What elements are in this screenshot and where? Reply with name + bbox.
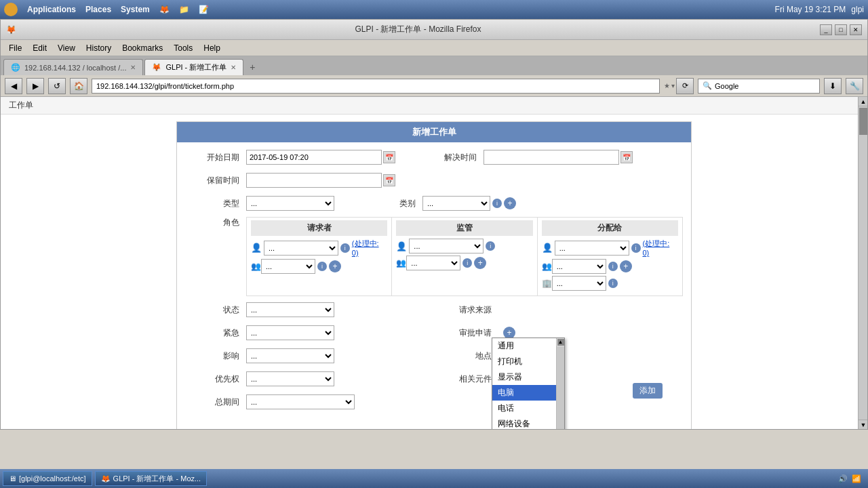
menu-edit[interactable]: Edit bbox=[27, 42, 52, 54]
requester-group-select[interactable]: ... bbox=[261, 259, 315, 274]
refresh-button[interactable]: ⟳ bbox=[676, 78, 694, 94]
dropdown-item-phone[interactable]: 电话 bbox=[492, 401, 556, 416]
taskbar-terminal[interactable]: 🖥 [glpi@localhost:/etc] bbox=[3, 471, 92, 486]
row-urgency: 紧急 ... bbox=[185, 323, 431, 342]
menu-file[interactable]: File bbox=[3, 42, 27, 54]
forward-button[interactable]: ▶ bbox=[26, 78, 44, 94]
start-date-calendar-icon[interactable]: 📅 bbox=[383, 151, 395, 163]
supervisor-group-select[interactable]: ... bbox=[406, 256, 460, 270]
supervisor-group-info-icon: i bbox=[462, 258, 472, 268]
left-bottom-col: 状态 ... 紧急 ... 影响 ... bbox=[185, 300, 431, 415]
scroll-down-arrow[interactable]: ▼ bbox=[859, 420, 867, 429]
minimize-button[interactable]: _ bbox=[820, 24, 832, 35]
search-bar[interactable]: 🔍 Google bbox=[698, 79, 820, 94]
assign-supplier-select[interactable]: ... bbox=[552, 276, 606, 291]
location-label: 地点 bbox=[437, 350, 498, 362]
places-menu[interactable]: Places bbox=[85, 5, 111, 14]
tab-1-close[interactable]: ✕ bbox=[130, 64, 136, 71]
tab-2-close[interactable]: ✕ bbox=[231, 64, 236, 71]
dropdown-item-printer[interactable]: 打印机 bbox=[492, 354, 556, 369]
menu-history[interactable]: History bbox=[81, 42, 117, 54]
menu-view[interactable]: View bbox=[52, 42, 81, 54]
ticket-form: 新增工作单 开始日期 📅 解决时间 📅 保留时间 bbox=[176, 121, 692, 429]
maximize-button[interactable]: □ bbox=[835, 24, 847, 35]
home-button[interactable]: 🏠 bbox=[70, 78, 87, 94]
requester-group-plus-button[interactable]: + bbox=[329, 260, 341, 272]
menu-help[interactable]: Help bbox=[198, 42, 226, 54]
supervisor-group-row: 👥 ... i + bbox=[396, 256, 532, 270]
row-reserve: 保留时间 📅 bbox=[185, 171, 683, 190]
page-scrollbar[interactable]: ▲ ▼ bbox=[858, 97, 867, 429]
taskbar-firefox[interactable]: 🦊 GLPI - 新增工作单 - Moz... bbox=[95, 471, 208, 486]
scroll-up-arrow[interactable]: ▲ bbox=[859, 97, 867, 106]
requester-info-icon: i bbox=[340, 243, 350, 253]
dropdown-item-general[interactable]: 通用 bbox=[492, 338, 556, 354]
supervisor-person-select[interactable]: ... bbox=[409, 239, 484, 253]
reserve-time-calendar-icon[interactable]: 📅 bbox=[383, 174, 395, 186]
assign-supplier-info-icon: i bbox=[608, 279, 618, 288]
firefox-logo-icon: 🦊 bbox=[6, 25, 16, 35]
start-date-label: 开始日期 bbox=[185, 152, 246, 163]
assign-group-plus-button[interactable]: + bbox=[620, 260, 632, 272]
download-button[interactable]: ⬇ bbox=[824, 78, 842, 94]
category-plus-button[interactable]: + bbox=[504, 197, 516, 209]
assign-handle-link[interactable]: (处理中: 0) bbox=[643, 239, 670, 257]
assign-info-icon: i bbox=[631, 243, 641, 253]
assign-person-row: 👤 ... i (处理中: 0) bbox=[542, 239, 678, 257]
search-engine-icon: 🔍 bbox=[703, 81, 712, 90]
resolve-time-input[interactable] bbox=[484, 150, 619, 165]
tray-icon-1: 🔊 bbox=[838, 474, 848, 483]
dropdown-scroll-up[interactable]: ▲ bbox=[557, 339, 564, 346]
priority-select[interactable]: ... bbox=[246, 371, 334, 386]
firefox-titlebar: 🦊 GLPI - 新增工作单 - Mozilla Firefox _ □ ✕ bbox=[1, 20, 867, 40]
related-dropdown[interactable]: 通用 打印机 显示器 电脑 电话 网络设备 设备 软件 ... bbox=[492, 338, 565, 429]
new-tab-button[interactable]: + bbox=[245, 59, 260, 75]
resolve-time-calendar-icon[interactable]: 📅 bbox=[620, 151, 633, 163]
menu-bookmarks[interactable]: Bookmarks bbox=[117, 42, 168, 54]
add-button[interactable]: 添加 bbox=[633, 383, 663, 399]
dropdown-item-network[interactable]: 网络设备 bbox=[492, 416, 556, 429]
assign-group-icon: 👥 bbox=[542, 262, 552, 271]
tray-icon-2: 📶 bbox=[852, 474, 861, 483]
impact-select[interactable]: ... bbox=[246, 348, 334, 363]
assign-supplier-icon: 🏢 bbox=[542, 279, 552, 288]
assign-person-select[interactable]: ... bbox=[555, 241, 629, 256]
requester-handle-link[interactable]: (处理中: 0) bbox=[352, 239, 379, 257]
breadcrumb-text: 工作单 bbox=[9, 100, 33, 110]
reload-button[interactable]: ↺ bbox=[48, 78, 66, 94]
requester-manage-link[interactable]: (处理中: 0) bbox=[352, 239, 387, 257]
assign-person-icon: 👤 bbox=[542, 243, 553, 253]
dropdown-item-computer[interactable]: 电脑 bbox=[492, 385, 556, 401]
scroll-thumb[interactable] bbox=[859, 108, 867, 135]
reserve-time-input[interactable] bbox=[246, 173, 382, 188]
supervisor-group-plus-button[interactable]: + bbox=[474, 257, 486, 269]
bookmark-dropdown[interactable]: ▾ bbox=[671, 82, 675, 89]
star-icon[interactable]: ★ bbox=[664, 82, 670, 89]
tab-1[interactable]: 🌐 192.168.144.132 / localhost /... ✕ bbox=[3, 59, 143, 75]
taskbar-firefox-label: GLPI - 新增工作单 - Moz... bbox=[113, 474, 201, 484]
tab-2[interactable]: 🦊 GLPI - 新增工作单 ✕ bbox=[144, 59, 243, 75]
urgency-select[interactable]: ... bbox=[246, 325, 334, 340]
menu-tools[interactable]: Tools bbox=[168, 42, 198, 54]
assign-group-select[interactable]: ... bbox=[552, 259, 606, 274]
window-controls[interactable]: _ □ ✕ bbox=[820, 24, 862, 35]
terminal-label: [glpi@localhost:/etc] bbox=[19, 474, 86, 483]
total-time-select[interactable]: ... bbox=[246, 394, 355, 409]
tab-2-icon: 🦊 bbox=[152, 63, 161, 72]
apps-menu[interactable]: Applications bbox=[27, 5, 76, 14]
requester-person-select[interactable]: ... bbox=[264, 241, 338, 256]
menu-bar: File Edit View History Bookmarks Tools H… bbox=[1, 40, 867, 56]
bottom-section: 状态 ... 紧急 ... 影响 ... bbox=[185, 300, 683, 415]
system-menu[interactable]: System bbox=[121, 5, 150, 14]
category-select[interactable]: ... bbox=[422, 196, 490, 211]
close-button[interactable]: ✕ bbox=[850, 24, 862, 35]
back-button[interactable]: ◀ bbox=[5, 78, 22, 94]
dropdown-item-monitor[interactable]: 显示器 bbox=[492, 369, 556, 385]
status-select[interactable]: ... bbox=[246, 302, 334, 317]
open-menu-button[interactable]: 🔧 bbox=[846, 78, 863, 94]
start-date-input[interactable] bbox=[246, 150, 382, 165]
type-select[interactable]: ... bbox=[246, 196, 334, 211]
reserve-time-label: 保留时间 bbox=[185, 175, 246, 186]
url-bar[interactable]: 192.168.144.132/glpi/front/ticket.form.p… bbox=[92, 79, 660, 94]
os-taskbar-left: Applications Places System 🦊 📁 📝 bbox=[4, 3, 209, 16]
